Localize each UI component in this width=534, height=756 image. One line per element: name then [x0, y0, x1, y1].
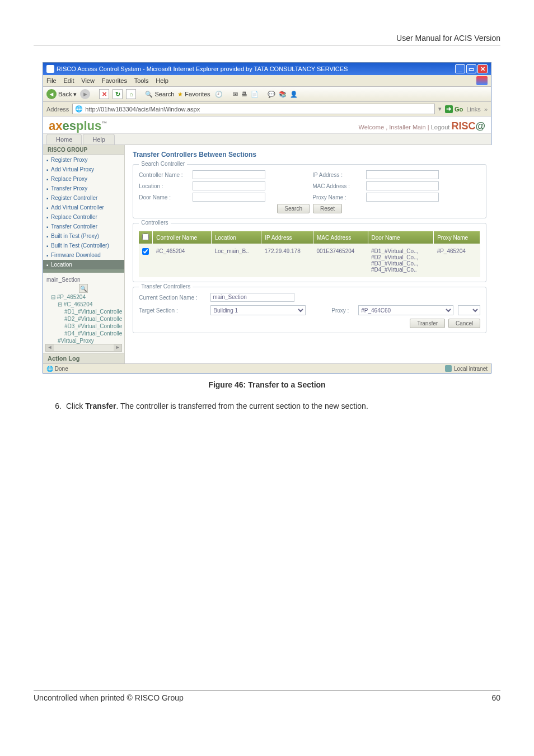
status-zone: Local intranet: [454, 366, 488, 372]
legend-transfer: Transfer Controllers: [139, 283, 193, 290]
tree-scroll-right-icon[interactable]: ►: [114, 344, 121, 351]
input-current-section[interactable]: main_Section: [210, 293, 294, 302]
action-log-header[interactable]: Action Log: [43, 353, 124, 363]
step-line: 6. Click Transfer. The controller is tra…: [50, 402, 500, 410]
input-location[interactable]: [193, 181, 265, 190]
doc-footer: Uncontrolled when printed © RISCO Group …: [34, 690, 500, 702]
stop-icon[interactable]: ✕: [99, 89, 109, 99]
edit-icon[interactable]: 📄: [251, 91, 259, 98]
favorites-button[interactable]: ★ Favorites: [177, 91, 210, 98]
messenger-icon[interactable]: 👤: [290, 91, 298, 98]
table-row[interactable]: #C_465204 Loc_main_B.. 172.29.49.178 001…: [139, 244, 480, 277]
logout-link[interactable]: Logout: [431, 124, 450, 130]
fieldset-controllers: Controllers Controller Name Location IP …: [133, 223, 486, 282]
back-button[interactable]: ◄ Back ▾: [46, 89, 77, 99]
address-input[interactable]: 🌐 http://01hw183304/acis/MainWindow.aspx: [72, 104, 435, 114]
input-mac[interactable]: [366, 181, 439, 190]
row-checkbox[interactable]: [142, 248, 149, 255]
doc-header: User Manual for ACIS Version: [34, 34, 500, 45]
tree-node-d3[interactable]: #D3_#Virtual_Controlle: [45, 323, 122, 330]
sidebar-item-replace-controller[interactable]: Replace Controller: [43, 212, 124, 222]
input-ip[interactable]: [366, 170, 439, 179]
header-checkbox[interactable]: [142, 234, 149, 240]
tree-search-icon[interactable]: 🔍: [79, 284, 88, 293]
maximize-icon[interactable]: ▭: [466, 64, 476, 73]
tab-home[interactable]: Home: [46, 134, 82, 144]
label-ip: IP Address :: [312, 172, 363, 178]
links-label[interactable]: Links: [466, 106, 481, 113]
go-button[interactable]: ➜ Go: [445, 105, 463, 113]
input-controller-name[interactable]: [193, 170, 265, 179]
discuss-icon[interactable]: 💬: [268, 91, 275, 98]
risco-logo: RISC@: [451, 120, 485, 132]
sidebar-item-transfer-controller[interactable]: Transfer Controller: [43, 222, 124, 231]
address-url: http://01hw183304/acis/MainWindow.aspx: [85, 106, 200, 113]
cell-name: #C_465204: [153, 244, 212, 277]
menu-help[interactable]: Help: [156, 77, 168, 84]
research-icon[interactable]: 📚: [279, 91, 287, 98]
history-icon[interactable]: 🕘: [214, 89, 224, 99]
menu-favorites[interactable]: Favorites: [102, 77, 127, 84]
sidebar-item-transfer-proxy[interactable]: Transfer Proxy: [43, 184, 124, 193]
search-button-panel[interactable]: Search: [277, 204, 310, 213]
panel-title: Transfer Controllers Between Sections: [133, 151, 486, 158]
select-proxy[interactable]: #P_464C60: [358, 305, 453, 315]
th-name: Controller Name: [153, 231, 212, 244]
sidebar-item-register-proxy[interactable]: Register Proxy: [43, 155, 124, 165]
sidebar-item-add-virtual-controller[interactable]: Add Virtual Controller: [43, 203, 124, 212]
print-icon[interactable]: 🖶: [241, 91, 247, 97]
tree-node-d2[interactable]: #D2_#Virtual_Controlle: [45, 315, 122, 323]
sidebar-item-firmware[interactable]: Firmware Download: [43, 250, 124, 260]
cell-mac: 001E37465204: [313, 244, 368, 277]
select-extra[interactable]: [458, 305, 480, 315]
sidebar-item-bit-controller[interactable]: Built in Test (Controller): [43, 241, 124, 250]
sidebar: RISCO GROUP Register Proxy Add Virtual P…: [43, 145, 125, 363]
input-proxy-name[interactable]: [366, 193, 439, 202]
minimize-icon[interactable]: _: [455, 64, 465, 73]
sidebar-item-bit-proxy[interactable]: Built in Test (Proxy): [43, 231, 124, 241]
sidebar-item-add-virtual-proxy[interactable]: Add Virtual Proxy: [43, 165, 124, 174]
search-button[interactable]: 🔍 Search: [145, 91, 174, 98]
menu-file[interactable]: File: [46, 77, 57, 84]
home-icon[interactable]: ⌂: [126, 89, 136, 99]
sidebar-group-title: RISCO GROUP: [43, 145, 124, 155]
tree-scroll-left-icon[interactable]: ◄: [46, 344, 54, 351]
tree-node-d1[interactable]: #D1_#Virtual_Controlle: [45, 308, 122, 315]
ie-title-bar: RISCO Access Control System - Microsoft …: [43, 63, 491, 75]
label-proxy: Proxy :: [331, 307, 354, 314]
tree-scrollbar[interactable]: ◄ ►: [45, 344, 122, 352]
refresh-icon[interactable]: ↻: [113, 89, 123, 99]
cancel-button[interactable]: Cancel: [448, 319, 480, 328]
tree-main-section[interactable]: main_Section: [45, 276, 122, 283]
close-icon[interactable]: ✕: [477, 64, 488, 73]
welcome-text: Welcome , Installer Main | Logout: [359, 124, 452, 130]
menu-edit[interactable]: Edit: [64, 77, 74, 84]
th-door: Door Name: [368, 231, 434, 244]
th-ip: IP Address: [261, 231, 313, 244]
reset-button[interactable]: Reset: [313, 204, 342, 213]
table-header-row: Controller Name Location IP Address MAC …: [139, 231, 480, 244]
tree-node-c[interactable]: ⊟ #C_465204: [45, 301, 122, 308]
menu-view[interactable]: View: [81, 77, 95, 84]
select-target-section[interactable]: Building 1: [210, 305, 306, 315]
tree-node-d4[interactable]: #D4_#Virtual_Controlle: [45, 330, 122, 337]
step-number: 6.: [50, 402, 62, 410]
ie-menu-bar: File Edit View Favorites Tools Help: [43, 75, 491, 87]
input-door[interactable]: [193, 193, 265, 202]
ie-app-icon: [46, 65, 54, 73]
legend-controllers: Controllers: [139, 220, 170, 226]
sidebar-item-location[interactable]: Location: [43, 260, 124, 269]
back-icon: ◄: [46, 89, 57, 99]
sidebar-item-register-controller[interactable]: Register Controller: [43, 193, 124, 203]
forward-icon[interactable]: ►: [80, 89, 90, 99]
controllers-table: Controller Name Location IP Address MAC …: [139, 231, 480, 277]
fieldset-search: Search Controller Controller Name : IP A…: [133, 164, 486, 218]
sidebar-item-replace-proxy[interactable]: Replace Proxy: [43, 174, 124, 184]
mail-icon[interactable]: ✉: [233, 91, 238, 98]
transfer-button[interactable]: Transfer: [410, 319, 445, 328]
label-door: Door Name :: [139, 194, 189, 200]
tab-help[interactable]: Help: [83, 134, 115, 144]
menu-tools[interactable]: Tools: [134, 77, 149, 84]
label-location: Location :: [139, 183, 189, 189]
tree-node-p[interactable]: ⊟ #P_465204: [45, 293, 122, 301]
